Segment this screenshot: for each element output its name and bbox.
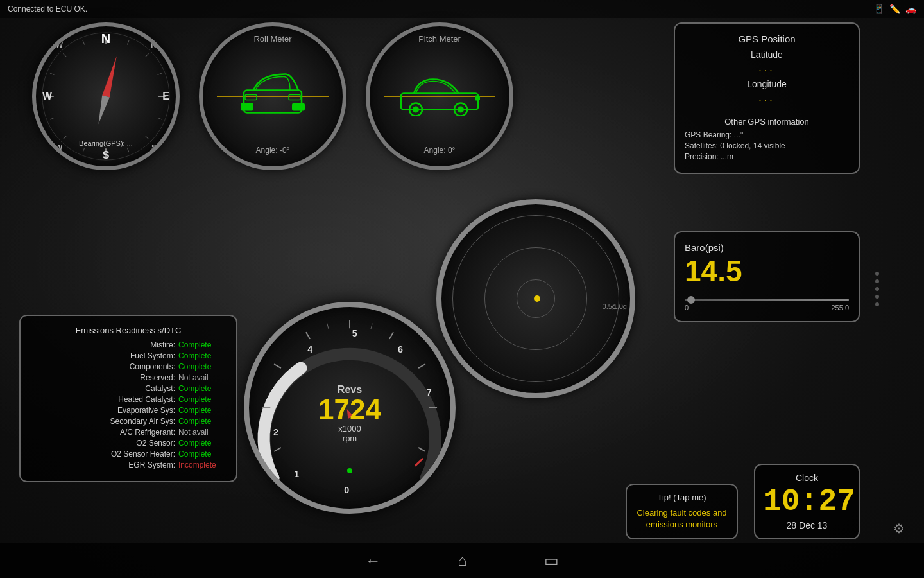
gps-satellites-line: Satellites: 0 locked, 14 visible xyxy=(685,141,849,150)
emission-label: Fuel System: xyxy=(30,351,175,360)
main-container: Connected to ECU OK. 📱 ✏️ 🚗 xyxy=(0,0,924,578)
svg-line-10 xyxy=(127,148,129,152)
pen-icon: ✏️ xyxy=(889,4,900,14)
svg-text:0: 0 xyxy=(344,485,349,495)
emission-row: Evaporative Sys:Complete xyxy=(30,406,227,415)
car-icon: 🚗 xyxy=(905,4,916,14)
status-icons: 📱 ✏️ 🚗 xyxy=(873,4,916,14)
baro-slider-labels: 0 255.0 xyxy=(685,304,849,311)
baro-title: Baro(psi) xyxy=(685,242,849,253)
svg-line-5 xyxy=(127,40,129,44)
emission-value: Not avail xyxy=(175,373,227,382)
svg-rect-18 xyxy=(241,103,253,111)
svg-line-12 xyxy=(63,136,66,139)
gps-longitude-value: ... xyxy=(685,92,849,103)
gps-latitude-label: Latitude xyxy=(685,49,849,60)
compass-inner: N S E W NW NE SW SE Bearing(GPS): ... xyxy=(36,26,176,166)
baro-slider-track xyxy=(685,299,849,301)
clock-date: 28 Dec 13 xyxy=(763,520,851,530)
car-side-svg xyxy=(398,74,481,116)
side-dot-4 xyxy=(875,295,879,299)
svg-text:6: 6 xyxy=(398,344,403,355)
svg-rect-20 xyxy=(245,95,257,100)
emission-label: Misfire: xyxy=(30,340,175,349)
svg-line-47 xyxy=(418,448,425,451)
roll-angle-label: Angle: -0° xyxy=(256,146,290,155)
svg-text:1: 1 xyxy=(294,469,299,479)
back-button[interactable]: ← xyxy=(365,552,381,570)
svg-line-11 xyxy=(83,148,85,152)
clock-title: Clock xyxy=(763,473,851,483)
emission-label: EGR System: xyxy=(30,460,175,469)
compass-gauge[interactable]: N S E W NW NE SW SE Bearing(GPS): ... xyxy=(32,22,180,170)
emission-row: O2 Sensor Heater:Complete xyxy=(30,450,227,459)
svg-line-39 xyxy=(371,324,372,329)
gps-panel[interactable]: GPS Position Latitude ... Longitude ... … xyxy=(674,22,860,174)
baro-slider-container[interactable]: 0 255.0 xyxy=(685,299,849,311)
rpm-gauge[interactable]: 0 1 2 3 4 5 6 7 xyxy=(244,302,456,514)
g-dot-indicator xyxy=(534,295,540,302)
emission-label: Heated Catalyst: xyxy=(30,395,175,404)
emission-value: Incomplete xyxy=(175,460,227,469)
clock-panel[interactable]: Clock 10:27 28 Dec 13 xyxy=(754,464,860,539)
side-dots xyxy=(875,272,879,306)
emission-label: O2 Sensor Heater: xyxy=(30,450,175,459)
g-label-1-0: 1.0g xyxy=(613,302,627,310)
baro-value: 14.5 xyxy=(685,256,849,286)
emission-label: Components: xyxy=(30,362,175,371)
svg-point-24 xyxy=(413,107,419,113)
gps-longitude-label: Longitude xyxy=(685,79,849,89)
rpm-dot xyxy=(347,468,352,473)
compass-bearing: Bearing(GPS): ... xyxy=(79,139,133,147)
phone-icon: 📱 xyxy=(873,4,884,14)
emission-value: Complete xyxy=(175,340,227,349)
emission-value: Complete xyxy=(175,384,227,393)
pitch-meter-gauge[interactable]: Pitch Meter Angle: 0° xyxy=(366,22,513,170)
emissions-rows-container: Misfire:CompleteFuel System:CompleteComp… xyxy=(30,340,227,469)
pitch-car-view xyxy=(398,74,481,119)
emission-row: A/C Refrigerant:Not avail xyxy=(30,428,227,437)
svg-text:3: 3 xyxy=(277,381,282,391)
svg-line-13 xyxy=(50,118,54,119)
svg-rect-21 xyxy=(289,95,300,100)
emission-row: Misfire:Complete xyxy=(30,340,227,349)
svg-rect-19 xyxy=(292,103,305,111)
emission-value: Complete xyxy=(175,362,227,371)
gps-bearing-line: GPS Bearing: ...° xyxy=(685,130,849,139)
rpm-center-display: Revs 1724 x1000 rpm xyxy=(318,384,381,443)
emission-label: Evaporative Sys: xyxy=(30,406,175,415)
tip-panel[interactable]: Tip! (Tap me) Clearing fault codes and e… xyxy=(626,484,738,539)
emission-row: Fuel System:Complete xyxy=(30,351,227,360)
baro-panel[interactable]: Baro(psi) 14.5 0 255.0 xyxy=(674,231,860,322)
baro-slider-min: 0 xyxy=(685,304,689,311)
emission-label: O2 Sensor: xyxy=(30,439,175,448)
g-meter-gauge[interactable]: 0.5g 1.0g xyxy=(436,199,635,398)
emission-value: Complete xyxy=(175,417,227,426)
svg-line-44 xyxy=(274,364,281,368)
tip-content: Clearing fault codes and emissions monit… xyxy=(635,507,729,530)
emission-row: Heated Catalyst:Complete xyxy=(30,395,227,404)
roll-meter-gauge[interactable]: Roll Meter Angle: -0° xyxy=(199,22,346,170)
emission-value: Complete xyxy=(175,439,227,448)
clock-time: 10:27 xyxy=(763,486,851,517)
emissions-panel[interactable]: Emissions Readiness s/DTC Misfire:Comple… xyxy=(19,315,237,482)
emission-row: Secondary Air Sys:Complete xyxy=(30,417,227,426)
gps-title: GPS Position xyxy=(685,33,849,44)
svg-rect-27 xyxy=(475,96,480,101)
status-bar: Connected to ECU OK. 📱 ✏️ 🚗 xyxy=(0,0,924,18)
settings-icon[interactable]: ⚙ xyxy=(893,521,905,536)
car-front-svg xyxy=(237,68,308,123)
svg-text:2: 2 xyxy=(273,427,278,437)
rpm-unit-1: x1000 xyxy=(318,424,381,434)
home-button[interactable]: ⌂ xyxy=(458,552,467,570)
emission-label: Reserved: xyxy=(30,373,175,382)
emission-row: EGR System:Incomplete xyxy=(30,460,227,469)
svg-line-7 xyxy=(158,73,162,75)
emission-value: Complete xyxy=(175,450,227,459)
svg-text:7: 7 xyxy=(427,387,432,398)
recent-button[interactable]: ▭ xyxy=(544,552,559,570)
emission-label: Catalyst: xyxy=(30,384,175,393)
svg-line-28 xyxy=(415,459,423,466)
compass-se: SE xyxy=(151,143,162,152)
emission-label: Secondary Air Sys: xyxy=(30,417,175,426)
